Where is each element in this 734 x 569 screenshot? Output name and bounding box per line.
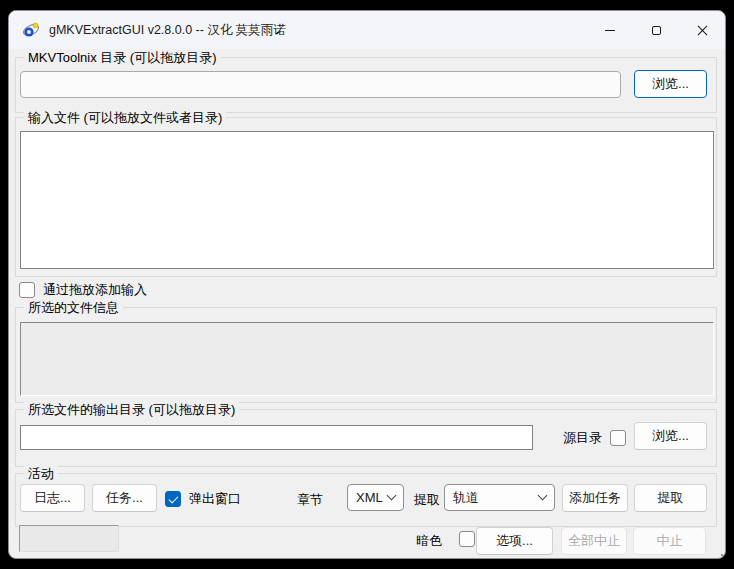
window-controls	[587, 11, 725, 49]
extract-button[interactable]: 提取	[634, 484, 707, 512]
maximize-icon	[652, 26, 661, 35]
app-window: gMKVExtractGUI v2.8.0.0 -- 汉化 莫莫雨诺 MKVTo…	[8, 10, 726, 559]
mkvtoolnix-browse-button[interactable]: 浏览...	[634, 70, 707, 98]
source-dir-checkbox-label: 源目录	[563, 429, 602, 447]
abort-button: 中止	[633, 527, 706, 555]
group-mkvtoolnix-dir: MKVToolnix 目录 (可以拖放目录) 浏览...	[15, 57, 717, 113]
app-icon	[22, 21, 40, 39]
source-dir-checkbox[interactable]: 源目录	[563, 429, 626, 447]
file-info-panel	[20, 322, 714, 396]
drag-drop-checkbox-box[interactable]	[19, 282, 35, 298]
group-input-files: 输入文件 (可以拖放文件或者目录)	[15, 117, 717, 277]
abort-all-button: 全部中止	[561, 527, 627, 555]
group-actions: 活动 日志... 任务... 弹出窗口 章节 XML 提取 轨道 添加任务 提取	[15, 473, 717, 527]
maximize-button[interactable]	[633, 11, 679, 49]
chevron-down-icon	[387, 491, 397, 501]
minimize-button[interactable]	[587, 11, 633, 49]
log-button[interactable]: 日志...	[20, 484, 85, 512]
extract-mode-label: 提取	[414, 491, 440, 509]
chapter-format-select[interactable]: XML	[347, 484, 404, 511]
popup-window-checkbox-box[interactable]	[165, 491, 181, 507]
progress-bar	[19, 525, 119, 552]
window-title: gMKVExtractGUI v2.8.0.0 -- 汉化 莫莫雨诺	[49, 22, 286, 39]
title-bar: gMKVExtractGUI v2.8.0.0 -- 汉化 莫莫雨诺	[9, 11, 725, 49]
minimize-icon	[605, 30, 615, 31]
group-file-info-label: 所选的文件信息	[24, 299, 123, 317]
dark-mode-label: 暗色	[416, 532, 442, 550]
extract-mode-value: 轨道	[453, 489, 479, 507]
close-button[interactable]	[679, 11, 725, 49]
group-file-info: 所选的文件信息	[15, 307, 717, 403]
chevron-down-icon	[538, 491, 548, 501]
output-dir-input[interactable]	[20, 425, 533, 450]
input-files-list[interactable]	[20, 131, 714, 269]
options-button[interactable]: 选项...	[476, 527, 553, 555]
group-actions-label: 活动	[24, 465, 58, 483]
dark-mode-checkbox-box[interactable]	[459, 531, 475, 547]
add-job-button[interactable]: 添加任务	[562, 484, 628, 512]
drag-drop-checkbox[interactable]: 通过拖放添加输入	[19, 281, 147, 299]
group-output-dir-label: 所选文件的输出目录 (可以拖放目录)	[24, 401, 239, 419]
group-output-dir: 所选文件的输出目录 (可以拖放目录) 源目录 浏览...	[15, 409, 717, 467]
close-icon	[697, 25, 708, 36]
extract-mode-select[interactable]: 轨道	[444, 484, 555, 511]
popup-window-checkbox-label: 弹出窗口	[189, 490, 241, 508]
resize-grip[interactable]	[717, 550, 719, 552]
source-dir-checkbox-box[interactable]	[610, 430, 626, 446]
jobs-button[interactable]: 任务...	[92, 484, 157, 512]
group-input-files-label: 输入文件 (可以拖放文件或者目录)	[24, 109, 226, 127]
group-mkvtoolnix-dir-label: MKVToolnix 目录 (可以拖放目录)	[24, 49, 221, 67]
chapter-label: 章节	[297, 491, 323, 509]
drag-drop-checkbox-label: 通过拖放添加输入	[43, 281, 147, 299]
popup-window-checkbox[interactable]: 弹出窗口	[165, 490, 241, 508]
chapter-format-value: XML	[356, 490, 383, 505]
output-dir-browse-button[interactable]: 浏览...	[634, 422, 707, 450]
mkvtoolnix-dir-input[interactable]	[20, 71, 621, 98]
